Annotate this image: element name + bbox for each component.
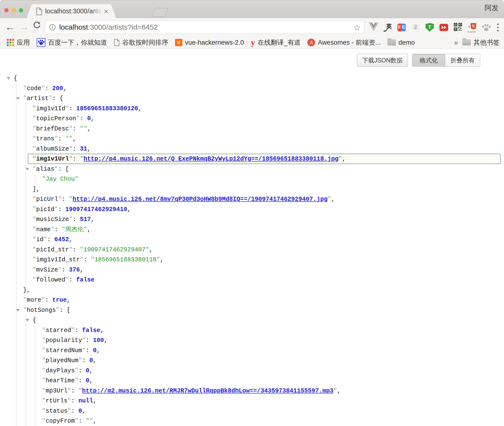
back-icon[interactable]: ← xyxy=(5,21,15,33)
apps-grid-icon xyxy=(7,39,14,46)
collapse-toggle-icon[interactable] xyxy=(25,319,29,322)
html5-icon: 5 PLAYER xyxy=(468,23,476,32)
json-row: "copyFrom": "", xyxy=(0,416,504,426)
qrcode-icon[interactable] xyxy=(454,22,462,33)
bookmark-label: 百度一下，你就知道 xyxy=(48,38,107,47)
youdao-translate-icon[interactable]: 英 en xyxy=(383,22,392,33)
paw-icon xyxy=(482,23,490,32)
profile-name[interactable]: 阿发 xyxy=(485,3,499,13)
new-tab-button[interactable] xyxy=(152,8,168,17)
tampermonkey-icon[interactable]: T xyxy=(425,22,434,33)
json-row: "more": true, xyxy=(0,295,504,305)
bookmark-label: 应用 xyxy=(17,38,30,47)
json-row: "artist": { xyxy=(0,94,504,104)
paw-icon[interactable] xyxy=(482,22,490,33)
window-controls xyxy=(4,8,23,12)
bookmarks-overflow-icon[interactable]: » xyxy=(454,38,458,47)
json-row: "picId": 19097417462929410, xyxy=(0,204,504,215)
bookmark-item[interactable]: y在线翻译_有道 xyxy=(251,38,301,47)
collapse-toggle-icon[interactable] xyxy=(7,77,10,80)
json-viewer: {"code": 200,"artist": {"img1v1Id": 1856… xyxy=(0,49,504,426)
folder-icon xyxy=(387,40,396,45)
json-row: "code": 200, xyxy=(0,84,504,94)
json-row: { xyxy=(0,315,504,325)
json-row: "rtUrls": null, xyxy=(0,396,504,406)
video-player-icon xyxy=(439,24,448,31)
folder-icon xyxy=(462,40,471,45)
minimize-window-button[interactable] xyxy=(12,8,16,12)
zoom-window-button[interactable] xyxy=(19,8,23,12)
json-row: "popularity": 100, xyxy=(0,335,504,346)
page-favicon-icon xyxy=(36,8,42,15)
bookmark-other-folder[interactable]: 其他书签 xyxy=(462,38,500,47)
json-row: "mvSize": 376, xyxy=(0,265,504,275)
video-player-icon[interactable] xyxy=(439,22,448,33)
json-row: "img1v1Id_str": "18569651883380118", xyxy=(0,255,504,265)
json-row: { xyxy=(0,73,504,84)
bookmark-label: 谷歌按时间排序 xyxy=(122,38,168,47)
json-row: }, xyxy=(0,285,504,295)
json-row: "topicPerson": 0, xyxy=(0,114,504,124)
awesomes-icon: A xyxy=(307,39,315,46)
json-row: "mp3Url": "http://m2.music.126.net/RMJR7… xyxy=(0,386,504,396)
youdao-translate-icon: 英 en xyxy=(383,23,392,32)
json-row: "briefDesc": "", xyxy=(0,124,504,134)
bookmark-item[interactable]: 百度一下，你就知道 xyxy=(37,38,107,47)
browser-menu-icon[interactable] xyxy=(496,24,500,31)
json-link[interactable]: http://m2.music.126.net/RMJR7wDullRqppBk… xyxy=(82,387,333,394)
close-window-button[interactable] xyxy=(4,8,8,12)
bookmark-label: 其他书签 xyxy=(473,38,500,47)
json-row: "status": 0, xyxy=(0,406,504,416)
page-content: 下载JSON数据 格式化 折叠所有 {"code": 200,"artist":… xyxy=(0,49,504,426)
url-path: :3000/artists?id=6452 xyxy=(88,23,158,31)
json-link[interactable]: http://p4.music.126.net/8mv7qP30Pd3oHW8b… xyxy=(73,196,328,203)
person-icon[interactable] xyxy=(411,22,420,33)
url-text: localhost:3000/artists?id=6452 xyxy=(59,23,158,31)
address-bar[interactable]: localhost:3000/artists?id=6452 ☆ xyxy=(45,21,364,34)
collapse-toggle-icon[interactable] xyxy=(16,97,20,100)
bookmark-item[interactable]: 谷歌按时间排序 xyxy=(114,38,168,47)
browser-toolbar: ← → localhost:3000/artists?id=6452 ☆ 英 e… xyxy=(0,18,504,36)
bookmark-star-icon[interactable]: ☆ xyxy=(353,23,361,32)
vue-bookmark-icon: V xyxy=(175,39,182,46)
bookmark-label: demo xyxy=(398,39,415,46)
person-icon xyxy=(412,23,420,32)
forward-icon: → xyxy=(19,21,29,33)
json-link[interactable]: http://p4.music.126.net/Q_ExePNkmqB2yWyL… xyxy=(84,155,338,162)
json-row: "followed": false xyxy=(0,275,504,285)
reload-icon[interactable] xyxy=(32,21,42,32)
json-row: "Jay Chou" xyxy=(0,174,504,184)
json-row: "name": "周杰伦", xyxy=(0,225,504,235)
tab-close-icon[interactable]: × xyxy=(104,8,108,15)
bookmarks-bar: 应用 百度一下，你就知道谷歌按时间排序Vvue-hackernews-2.0y在… xyxy=(0,36,504,49)
json-row: "starred": false, xyxy=(0,325,504,336)
vue-devtools-icon[interactable] xyxy=(369,23,379,32)
bookmark-item[interactable]: AAwesomes - 前端资... xyxy=(307,38,381,47)
browser-window: { "window": { "profile_name": "阿发" }, "t… xyxy=(0,0,504,426)
site-info-icon[interactable] xyxy=(49,24,56,31)
fe-icon[interactable]: F E xyxy=(397,22,406,33)
page-icon xyxy=(114,39,120,46)
json-row: "picUrl": "http://p4.music.126.net/8mv7q… xyxy=(0,194,504,204)
bookmark-label: 在线翻译_有道 xyxy=(258,38,301,47)
bookmark-label: vue-hackernews-2.0 xyxy=(185,39,244,46)
bookmark-item[interactable]: Vvue-hackernews-2.0 xyxy=(175,39,244,46)
browser-tab[interactable]: localhost:3000/artists?id=645 × xyxy=(32,4,111,18)
json-row: "id": 6452, xyxy=(0,235,504,245)
bookmarks-list: 应用 百度一下，你就知道谷歌按时间排序Vvue-hackernews-2.0y在… xyxy=(0,38,415,47)
collapse-toggle-icon[interactable] xyxy=(25,168,29,170)
bookmark-item[interactable]: 应用 xyxy=(7,38,30,47)
tab-strip: localhost:3000/artists?id=645 × 阿发 xyxy=(0,0,504,18)
json-row: "albumSize": 31, xyxy=(0,144,504,154)
json-row: "playedNum": 0, xyxy=(0,356,504,366)
json-row: "starredNum": 0, xyxy=(0,346,504,356)
bookmark-label: Awesomes - 前端资... xyxy=(318,38,381,47)
bookmark-item[interactable]: demo xyxy=(387,39,415,46)
collapse-toggle-icon[interactable] xyxy=(16,309,20,312)
html5-icon[interactable]: 5 PLAYER xyxy=(468,22,476,33)
qrcode-icon xyxy=(454,23,462,32)
fe-icon: F E xyxy=(397,24,406,31)
json-row: "picId_str": "19097417462929407", xyxy=(0,245,504,255)
json-row: "hotSongs": [ xyxy=(0,305,504,315)
youdao-icon: y xyxy=(251,39,255,46)
